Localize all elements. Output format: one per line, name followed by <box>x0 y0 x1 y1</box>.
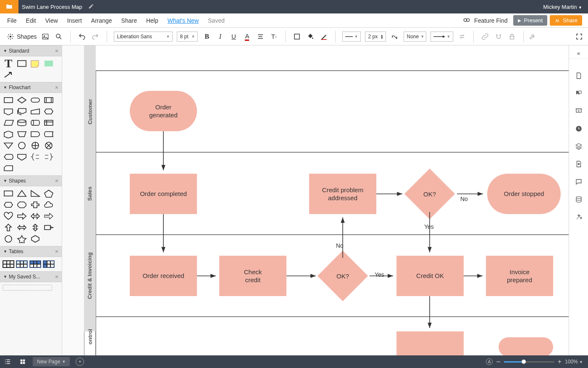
layers-icon[interactable] <box>575 142 583 151</box>
sh-arrow-u[interactable] <box>3 223 14 232</box>
underline-icon[interactable]: U <box>229 32 238 41</box>
undo-icon[interactable] <box>77 32 87 41</box>
fc-internal[interactable] <box>43 118 55 127</box>
menu-share[interactable]: Share <box>117 13 142 28</box>
presentation-icon[interactable] <box>575 107 583 115</box>
panel-standard[interactable]: ▼Standard× <box>0 45 62 56</box>
zoom-level[interactable]: 100% ▼ <box>565 359 583 365</box>
block-shape[interactable] <box>43 59 55 68</box>
table-1[interactable] <box>3 259 14 269</box>
fc-decision[interactable] <box>16 95 28 105</box>
zoom-slider[interactable] <box>504 361 554 363</box>
node-order-completed[interactable]: Order completed <box>130 174 197 214</box>
sh-callout-r[interactable] <box>43 223 55 232</box>
node-order-received[interactable]: Order received <box>130 256 197 296</box>
node-hidden-2[interactable] <box>499 337 553 355</box>
fc-merge[interactable] <box>3 141 14 150</box>
fc-display[interactable] <box>3 152 14 161</box>
line-style-select[interactable]: ▼ <box>342 32 361 42</box>
close-icon[interactable]: × <box>55 248 58 255</box>
fc-database[interactable] <box>16 118 28 127</box>
table-4[interactable] <box>43 259 55 269</box>
node-ok-2[interactable]: OK? <box>318 251 368 301</box>
fc-connector[interactable] <box>16 141 28 150</box>
line-end-select[interactable]: ▼ <box>430 32 453 42</box>
add-page-button[interactable]: + <box>76 357 84 366</box>
line-width-select[interactable]: 2 px▴▾ <box>365 32 386 42</box>
fc-direct[interactable] <box>29 118 41 127</box>
comment-icon[interactable] <box>575 89 583 98</box>
shapes-manager-button[interactable]: Shapes <box>7 33 37 40</box>
fc-brace-close[interactable] <box>43 152 55 161</box>
fullscreen-icon[interactable] <box>575 32 584 41</box>
panel-tables[interactable]: ▼Tables× <box>0 246 62 257</box>
sh-arrow-lr2[interactable] <box>16 223 28 232</box>
border-color-icon[interactable] <box>292 32 302 41</box>
image-icon[interactable] <box>41 32 50 41</box>
documents-folder-icon[interactable] <box>0 0 18 13</box>
text-shape[interactable]: T <box>3 59 14 68</box>
node-ok-1[interactable]: OK? <box>404 169 455 219</box>
node-hidden-1[interactable] <box>396 331 464 355</box>
canvas[interactable]: Customer Sales Credit & Invoicing ontrol… <box>62 45 569 355</box>
fc-manual-input[interactable] <box>29 107 41 116</box>
menu-view[interactable]: View <box>41 13 63 28</box>
arrow-shape[interactable] <box>3 70 14 79</box>
panel-saved[interactable]: ▼My Saved S...× <box>0 271 62 282</box>
sh-octagon[interactable] <box>16 200 28 209</box>
new-page-tab[interactable]: New Page ▼ <box>33 357 70 366</box>
line-color-icon[interactable] <box>319 32 328 41</box>
fc-stored[interactable] <box>43 130 55 139</box>
sh-cloud[interactable] <box>43 200 55 209</box>
menu-whats-new[interactable]: What's New <box>163 13 203 28</box>
text-color-icon[interactable]: A <box>242 32 252 41</box>
magnet-icon[interactable] <box>494 32 503 41</box>
table-2[interactable] <box>16 259 28 269</box>
close-icon[interactable]: × <box>55 84 58 91</box>
bold-icon[interactable]: B <box>202 32 211 41</box>
sh-callout[interactable] <box>43 212 55 221</box>
align-icon[interactable] <box>256 32 265 41</box>
node-invoice-prepared[interactable]: Invoice prepared <box>486 256 553 296</box>
node-credit-problem[interactable]: Credit problem addressed <box>309 174 376 214</box>
sh-pentagon[interactable] <box>43 189 55 198</box>
share-button[interactable]: Share <box>550 15 582 26</box>
swap-icon[interactable] <box>457 32 467 41</box>
fc-document[interactable] <box>3 107 14 116</box>
history-icon[interactable] <box>575 124 583 133</box>
fc-card[interactable] <box>3 164 14 173</box>
fc-manual-op[interactable] <box>16 130 28 139</box>
sh-rect[interactable] <box>3 189 14 198</box>
table-3[interactable] <box>29 259 41 269</box>
panel-flowchart[interactable]: ▼Flowchart× <box>0 82 62 93</box>
zoom-out-button[interactable]: − <box>496 357 501 366</box>
text-options-icon[interactable]: T↕ <box>269 32 278 41</box>
lock-icon[interactable] <box>507 32 517 41</box>
sh-heart[interactable] <box>3 212 14 221</box>
menu-file[interactable]: File <box>3 13 21 28</box>
wrench-icon[interactable] <box>528 32 537 41</box>
italic-icon[interactable]: I <box>215 32 225 41</box>
sh-star[interactable] <box>16 234 28 244</box>
node-check-credit[interactable]: Check credit <box>219 256 286 296</box>
sh-cross[interactable] <box>29 200 41 209</box>
data-icon[interactable] <box>575 195 583 204</box>
menu-edit[interactable]: Edit <box>21 13 41 28</box>
page-icon[interactable] <box>575 71 583 80</box>
panel-shapes[interactable]: ▼Shapes× <box>0 175 62 186</box>
present-button[interactable]: ▶Present <box>513 15 547 26</box>
fc-data[interactable] <box>3 118 14 127</box>
sh-arrow-lr[interactable] <box>29 212 41 221</box>
magic-icon[interactable] <box>575 213 583 221</box>
chat-icon[interactable] <box>575 177 583 186</box>
sh-hexagon[interactable] <box>3 200 14 209</box>
node-order-generated[interactable]: Order generated <box>130 91 197 131</box>
fc-or[interactable] <box>29 141 41 150</box>
outline-view-icon[interactable] <box>0 355 15 368</box>
font-family-select[interactable]: Liberation Sans▼ <box>114 32 173 42</box>
zoom-in-button[interactable]: + <box>558 358 562 365</box>
fc-predef[interactable] <box>43 95 55 105</box>
feature-find[interactable]: Feature Find <box>462 17 507 24</box>
sh-circle[interactable] <box>3 234 14 244</box>
font-size-select[interactable]: 8 pt▼ <box>177 32 198 42</box>
